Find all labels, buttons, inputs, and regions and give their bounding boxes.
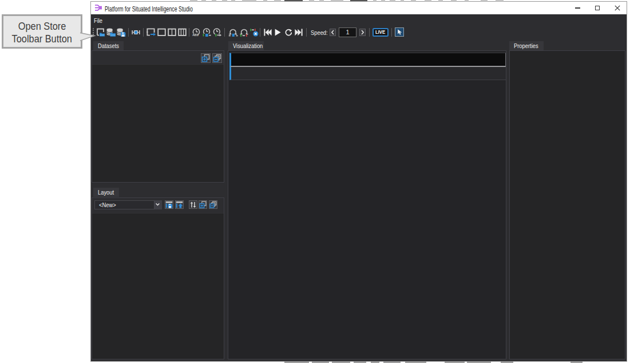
svg-text:ABS: ABS (192, 33, 199, 37)
